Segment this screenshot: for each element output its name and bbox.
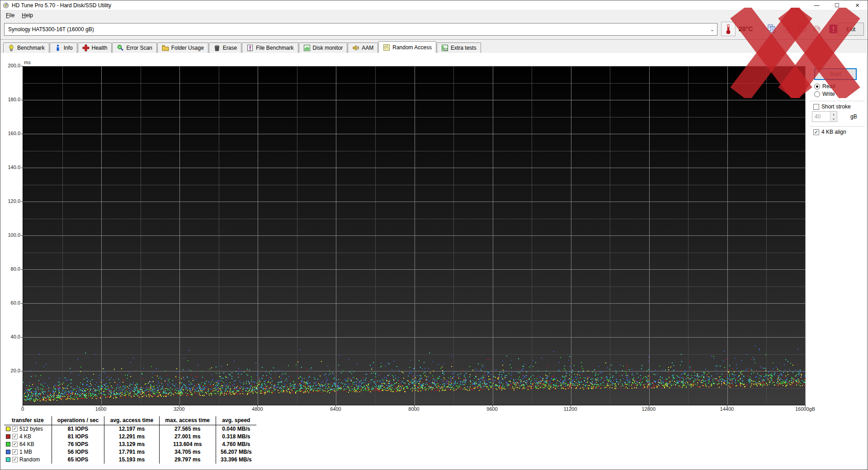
checkbox-checked-icon: ✓ (813, 129, 819, 135)
maximize-button[interactable]: ☐ (827, 0, 847, 10)
disk-monitor-icon (303, 44, 311, 52)
y-tick-mark (21, 235, 23, 236)
x-tick-mark (727, 405, 727, 407)
x-tick-mark (257, 405, 258, 407)
x-tick-mark (335, 405, 336, 407)
spinner-down-icon[interactable]: ▼ (830, 117, 837, 122)
tab-file-benchmark[interactable]: File Benchmark (242, 42, 298, 53)
read-radio[interactable]: Read (814, 83, 835, 89)
y-tick-label: 200.0 (1, 63, 20, 68)
table-row: ✓4 KB 81 IOPS 12.291 ms 27.001 ms 0.318 … (4, 433, 256, 441)
menu-file[interactable]: File (2, 11, 18, 19)
table-row: ✓64 KB 76 IOPS 13.129 ms 113.604 ms 4.76… (4, 441, 256, 448)
col-transfer-size: transfer size (4, 416, 52, 425)
tab-erase[interactable]: Erase (209, 42, 241, 53)
x-tick-mark (649, 405, 649, 407)
radio-selected-icon (814, 84, 820, 89)
capture-icon[interactable] (811, 22, 824, 36)
tab-benchmark[interactable]: Benchmark (3, 42, 49, 53)
y-tick-label: 80.0 (1, 266, 20, 272)
close-button[interactable]: ✕ (847, 0, 868, 10)
tab-health[interactable]: Health (78, 42, 112, 53)
short-stroke-size-input[interactable]: 40 ▲▼ (812, 111, 837, 122)
x-tick-mark (414, 405, 415, 407)
y-tick-mark (21, 269, 23, 270)
y-tick-mark (21, 371, 23, 371)
series-swatch (6, 450, 10, 454)
app-logo-icon (3, 2, 9, 9)
y-tick-label: 40.0 (1, 334, 20, 339)
series-swatch (6, 427, 10, 431)
trash-icon (213, 44, 221, 52)
x-tick-mark (23, 405, 23, 407)
y-tick-mark (21, 202, 23, 202)
series-checkbox[interactable]: ✓ (12, 426, 18, 432)
benchmark-icon (8, 44, 15, 52)
chevron-down-icon: ⌄ (710, 27, 714, 33)
title-bar: HD Tune Pro 5.70 - Hard Disk/SSD Utility… (0, 0, 868, 10)
tab-extra-tests[interactable]: Extra tests (437, 42, 481, 53)
x-tick-mark (805, 405, 806, 407)
series-checkbox[interactable]: ✓ (12, 449, 18, 455)
panel-separator (810, 101, 865, 101)
copy-image-icon[interactable] (781, 22, 793, 36)
y-tick-label: 180.0 (1, 97, 20, 102)
file-benchmark-icon (246, 44, 254, 52)
drive-selector-value: Synology HAT5300-16T (16000 gB) (8, 26, 94, 33)
x-tick-mark (492, 405, 493, 407)
folder-icon (162, 44, 169, 52)
menu-bar: File Help (0, 10, 868, 20)
series-checkbox[interactable]: ✓ (12, 442, 18, 447)
checkbox-unchecked-icon (813, 104, 819, 110)
col-max-access: max. access time (159, 416, 216, 425)
y-tick-mark (21, 337, 23, 338)
temperature-value: 28°C (739, 25, 753, 33)
save-screenshot-icon[interactable] (796, 22, 809, 36)
x-tick-mark (179, 405, 179, 407)
series-checkbox[interactable]: ✓ (12, 434, 18, 439)
spinner-up-icon[interactable]: ▲ (830, 112, 837, 117)
tab-info[interactable]: Info (50, 42, 77, 53)
panel-separator-2 (810, 126, 865, 127)
y-tick-label: 120.0 (1, 198, 20, 204)
write-radio[interactable]: Write (814, 91, 835, 97)
tab-folder-usage[interactable]: Folder Usage (157, 42, 208, 53)
series-swatch (6, 457, 10, 462)
x-tick-mark (571, 405, 571, 407)
tab-error-scan[interactable]: Error Scan (112, 42, 156, 53)
drive-selector[interactable]: Synology HAT5300-16T (16000 gB) ⌄ (4, 23, 717, 36)
x-tick-mark (101, 405, 101, 407)
table-header-row: transfer size operations / sec avg. acce… (4, 416, 256, 425)
col-avg-access: avg. access time (104, 416, 159, 425)
radio-unselected-icon (814, 91, 820, 97)
short-stroke-checkbox[interactable]: Short stroke (813, 103, 851, 110)
y-tick-label: 100.0 (1, 232, 20, 238)
toolbar-divider (0, 39, 868, 40)
tab-aam[interactable]: AAM (348, 42, 378, 53)
col-avg-speed: avg. speed (216, 416, 256, 425)
table-row: ✓1 MB 56 IOPS 17.791 ms 34.705 ms 56.207… (4, 448, 256, 456)
y-tick-mark (21, 303, 23, 304)
y-axis-unit-label: ms (24, 60, 31, 65)
tab-random-access[interactable]: Random Access (378, 41, 436, 53)
y-tick-mark (21, 134, 23, 134)
speaker-icon (352, 44, 359, 52)
error-scan-icon (117, 44, 124, 52)
menu-help[interactable]: Help (18, 11, 37, 19)
col-ops: operations / sec (52, 416, 104, 425)
tab-disk-monitor[interactable]: Disk monitor (299, 42, 348, 53)
window-title: HD Tune Pro 5.70 - Hard Disk/SSD Utility (12, 2, 111, 9)
exit-button[interactable]: Exit (838, 23, 864, 36)
spinner-buttons[interactable]: ▲▼ (830, 112, 837, 122)
4kb-align-checkbox[interactable]: ✓ 4 KB align (813, 129, 846, 135)
start-button[interactable]: Start (814, 68, 857, 80)
results-table: transfer size operations / sec avg. acce… (4, 416, 256, 464)
table-row: ✓Random 65 IOPS 15.193 ms 29.797 ms 33.3… (4, 456, 256, 464)
series-checkbox[interactable]: ✓ (12, 457, 18, 462)
random-access-icon (383, 44, 390, 51)
copy-text-icon[interactable] (765, 22, 778, 36)
info-icon (54, 44, 61, 52)
tab-bar: Benchmark Info Health Error Scan Folder … (3, 41, 868, 53)
table-row: ✓512 bytes 81 IOPS 12.197 ms 27.565 ms 0… (4, 425, 256, 433)
minimize-button[interactable]: — (807, 0, 827, 10)
